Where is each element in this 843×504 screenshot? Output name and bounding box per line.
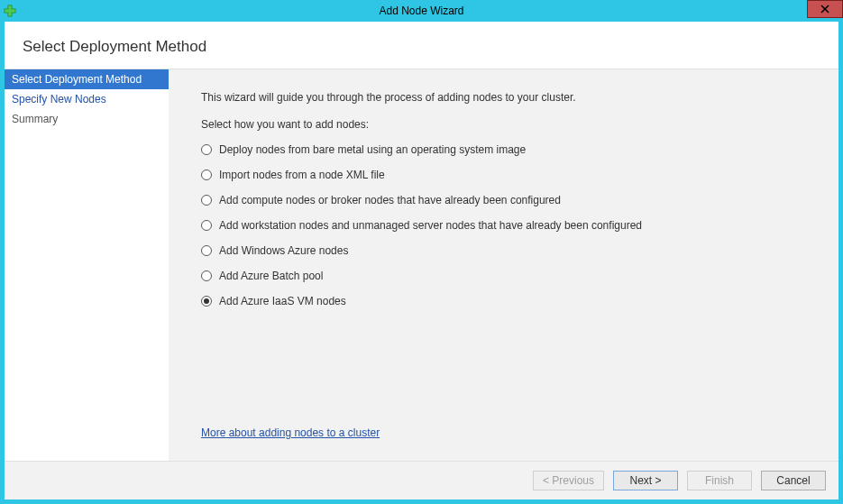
- option-label: Add Azure Batch pool: [219, 270, 323, 282]
- steps-sidebar: Select Deployment Method Specify New Nod…: [5, 69, 169, 461]
- intro-text: This wizard will guide you through the p…: [201, 91, 813, 104]
- previous-button: < Previous: [533, 471, 604, 490]
- next-button[interactable]: Next >: [613, 471, 678, 490]
- radio-icon: [201, 220, 212, 231]
- option-label: Add workstation nodes and unmanaged serv…: [219, 219, 642, 232]
- radio-icon: [201, 195, 212, 206]
- prompt-text: Select how you want to add nodes:: [201, 118, 813, 131]
- wizard-window: Add Node Wizard Select Deployment Method…: [0, 0, 843, 504]
- close-button[interactable]: [807, 0, 843, 18]
- wizard-footer: < Previous Next > Finish Cancel: [5, 461, 838, 499]
- option-azure-iaas-vm[interactable]: Add Azure IaaS VM nodes: [201, 295, 813, 307]
- svg-rect-3: [5, 10, 15, 13]
- radio-icon: [201, 270, 212, 281]
- finish-button: Finish: [687, 471, 752, 490]
- wizard-body: Select Deployment Method Specify New Nod…: [5, 69, 838, 461]
- option-label: Import nodes from a node XML file: [219, 169, 385, 181]
- radio-icon: [201, 245, 212, 256]
- option-label: Add compute nodes or broker nodes that h…: [219, 194, 561, 206]
- option-label: Deploy nodes from bare metal using an op…: [219, 143, 526, 156]
- content-panel: This wizard will guide you through the p…: [169, 69, 838, 461]
- option-label: Add Azure IaaS VM nodes: [219, 295, 346, 307]
- cancel-button[interactable]: Cancel: [761, 471, 826, 490]
- step-summary[interactable]: Summary: [5, 109, 169, 129]
- option-workstation-unmanaged[interactable]: Add workstation nodes and unmanaged serv…: [201, 219, 813, 232]
- window-title: Add Node Wizard: [0, 5, 843, 17]
- option-import-xml[interactable]: Import nodes from a node XML file: [201, 169, 813, 181]
- option-windows-azure[interactable]: Add Windows Azure nodes: [201, 244, 813, 257]
- step-select-deployment-method[interactable]: Select Deployment Method: [5, 69, 169, 89]
- page-title: Select Deployment Method: [5, 22, 838, 69]
- add-node-icon: [4, 5, 16, 17]
- option-bare-metal[interactable]: Deploy nodes from bare metal using an op…: [201, 143, 813, 156]
- option-compute-broker[interactable]: Add compute nodes or broker nodes that h…: [201, 194, 813, 206]
- radio-icon: [201, 170, 212, 180]
- radio-icon: [201, 144, 212, 155]
- step-label: Select Deployment Method: [12, 73, 142, 86]
- step-specify-new-nodes[interactable]: Specify New Nodes: [5, 89, 169, 109]
- option-label: Add Windows Azure nodes: [219, 244, 348, 257]
- wizard-inner: Select Deployment Method Select Deployme…: [5, 22, 838, 499]
- step-label: Specify New Nodes: [12, 93, 106, 105]
- option-azure-batch-pool[interactable]: Add Azure Batch pool: [201, 270, 813, 282]
- step-label: Summary: [12, 113, 58, 125]
- help-link[interactable]: More about adding nodes to a cluster: [201, 390, 380, 446]
- titlebar: Add Node Wizard: [0, 0, 843, 22]
- radio-icon: [201, 296, 212, 307]
- deployment-options: Deploy nodes from bare metal using an op…: [201, 143, 813, 307]
